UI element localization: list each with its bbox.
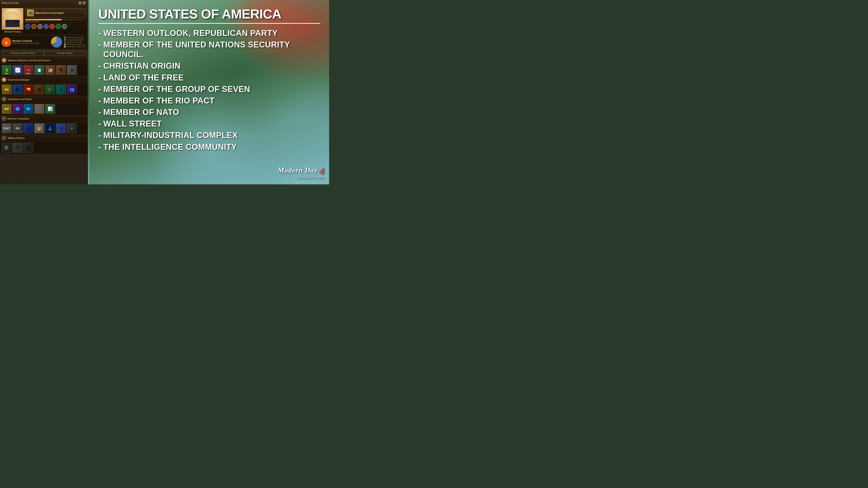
legend-western: Western Outlook (63) [64, 37, 86, 39]
legend-nonaligned: Non-Aligned Outlook (3) [64, 43, 86, 45]
dash-9: - [98, 131, 101, 140]
manage-buttons: Manage occupied territories Manage Subje… [0, 49, 88, 57]
ideology-info: Western Outlook Next Election November 2… [12, 39, 49, 44]
defense-icon-colt[interactable]: COLT [2, 123, 12, 133]
stat-icon-growth[interactable]: 📈 [13, 65, 23, 75]
manage-subjects-button[interactable]: Manage Subjects [44, 51, 86, 56]
brand-main: Modern Day 4 [278, 166, 324, 176]
legend-dot-western [64, 37, 66, 38]
national-focus-button[interactable]: ⊕ Make America Great Again [25, 8, 86, 18]
defense-icon-aviation[interactable]: ✈ [24, 123, 33, 133]
legend-nationalist: Nationalist Outlook (32) [64, 46, 86, 48]
dash-1: - [98, 29, 101, 38]
spirit-icon-4[interactable]: 👤 [43, 24, 49, 29]
spirit-icons: ⚙ ☯ ✝ 👤 G ✡ ⊕ [25, 24, 86, 29]
stat-icon-industry[interactable]: 🏭 [45, 65, 55, 75]
stat-icon-construction[interactable]: 🏗 [56, 65, 66, 75]
stat-icon-stability[interactable]: ✂ 80% [24, 65, 33, 75]
stat-icon-tech[interactable]: ⚙ [67, 65, 77, 75]
title-bar: POLITICAL ⚙ × [0, 0, 88, 6]
dash-7: - [98, 107, 101, 117]
budget-icon: 🏛 [2, 77, 6, 82]
spirit-icon-1[interactable]: ⚙ [25, 24, 31, 29]
defense-icon-add[interactable]: + [67, 123, 77, 133]
brand-text: Modern Day [278, 166, 318, 174]
close-button[interactable]: × [82, 1, 86, 5]
legend-salafist: Salafist Outlook (0) [64, 41, 86, 43]
leader-name: Donald Trump [4, 30, 21, 33]
info-text-2: Member of the United Nations Security Co… [103, 40, 320, 59]
policy-icon-health[interactable]: ⚕ [56, 85, 66, 94]
legend-dot-emerging [64, 39, 66, 41]
brand-number: 4 [320, 166, 324, 176]
budget-header: 🏛 Government Budget [0, 76, 88, 83]
leader-info: ⊕ Make America Great Again National Spir… [25, 8, 86, 29]
defense-icon-gd[interactable]: GD [13, 123, 23, 133]
policy-icon-education[interactable]: 🎓 [45, 85, 55, 94]
info-text-7: Member of NATO [103, 107, 179, 117]
policy-icon-infrastructure[interactable]: 🏛 [13, 85, 23, 94]
inst-icon-person[interactable]: 👤 [34, 104, 44, 114]
ideology-next-election: Next Election November 2020 [12, 42, 49, 44]
policy-icon-tax[interactable]: 4% [2, 85, 12, 94]
stat-icon-manpower[interactable]: 📋 [34, 65, 44, 75]
defense-row: COLT GD ✈ 🔱 ⚓ ✛ + [0, 122, 88, 135]
legend-label-western: Western Outlook (63) [66, 37, 84, 39]
budget-title: Government Budget [8, 78, 29, 81]
defense-icon-cross[interactable]: ✛ [56, 123, 66, 133]
legend-emerging: Emerging Outlook (0) [64, 39, 86, 41]
window-title: POLITICAL [2, 1, 20, 5]
info-item-3: - Christian Origin [98, 61, 320, 71]
military-icon-3[interactable]: ⚙ [24, 143, 33, 153]
info-item-6: - Member of the Rio Pact [98, 96, 320, 105]
policy-icon-industry[interactable]: ⚙ [34, 85, 44, 94]
spirit-icon-6[interactable]: ✡ [56, 24, 61, 29]
spirit-icon-2[interactable]: ☯ [31, 24, 37, 29]
leader-face [2, 8, 23, 29]
military-row: 🪖 🎖 ⚙ [0, 141, 88, 154]
defense-header: 🛡 Defense Companies [0, 116, 88, 122]
info-text-9: Military-Industrial Complex [103, 130, 238, 140]
brand: Modern Day 4 A Hearts of Iron Mod [278, 166, 324, 180]
info-item-7: - Member of NATO [98, 107, 320, 117]
settings-button[interactable]: ⚙ [78, 1, 82, 5]
sidebar: POLITICAL ⚙ × Donald Trump ⊕ Make Americ… [0, 0, 88, 184]
ideology-pie[interactable] [51, 36, 62, 48]
policy-icon-social[interactable]: 👥 [67, 85, 77, 94]
spirit-icon-3[interactable]: ✝ [37, 24, 43, 29]
inst-icon-twitter[interactable]: 🐦 [24, 104, 33, 114]
budget-row: 4% 🏛 🔫 ⚙ 🎓 ⚕ 👥 [0, 83, 88, 96]
brand-sub: A Hearts of Iron Mod [278, 176, 324, 180]
military-header: 🪖 Military Policies [0, 135, 88, 141]
ideology-icon: 🔥 [2, 37, 11, 46]
statistics-header: $ National Statistics and Internal Facti… [0, 57, 88, 64]
military-icon: 🪖 [2, 136, 6, 140]
inst-icon-2[interactable]: 🔷 [13, 104, 23, 114]
inst-icon-data[interactable]: 📊 [45, 104, 55, 114]
military-icon-1[interactable]: 🪖 [2, 143, 12, 153]
info-text-6: Member of the Rio Pact [103, 96, 215, 105]
defense-icon: 🛡 [2, 116, 6, 121]
manage-occupied-button[interactable]: Manage occupied territories [2, 51, 43, 56]
spirit-icon-7[interactable]: ⊕ [62, 24, 67, 29]
dash-6: - [98, 96, 101, 105]
ideology-left: 🔥 Western Outlook Next Election November… [2, 37, 49, 46]
institutions-title: Institutions and Policy [8, 98, 32, 101]
dash-4: - [98, 73, 101, 83]
policy-icon-military[interactable]: 🔫 [24, 85, 33, 94]
leader-portrait[interactable] [2, 8, 23, 30]
ideology-name: Western Outlook [12, 39, 49, 42]
spirit-icon-5[interactable]: G [50, 24, 55, 29]
defense-icon-anchor[interactable]: ⚓ [45, 123, 55, 133]
military-title: Military Policies [8, 137, 25, 139]
inst-icon-wip[interactable]: WIP [2, 104, 12, 114]
country-title: United States of America [98, 7, 320, 24]
leader-section: Donald Trump ⊕ Make America Great Again … [0, 6, 88, 35]
info-text-5: Member of the Group of Seven [103, 84, 250, 94]
stat-icon-economy[interactable]: $ 50K [2, 65, 12, 75]
legend-dot-salafist [64, 41, 66, 43]
military-icon-2[interactable]: 🎖 [13, 143, 23, 153]
legend-label-salafist: Salafist Outlook (0) [66, 41, 82, 43]
ideology-legend: Western Outlook (63) Emerging Outlook (0… [64, 37, 86, 48]
defense-icon-naval[interactable]: 🔱 [34, 123, 44, 133]
